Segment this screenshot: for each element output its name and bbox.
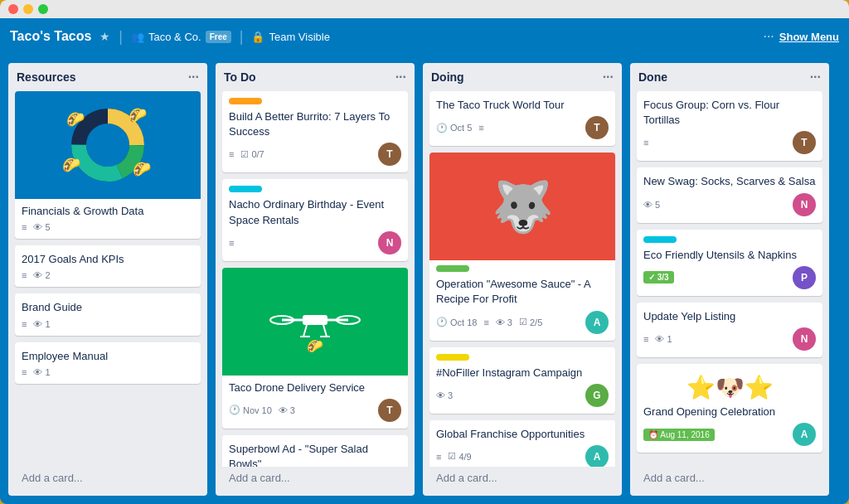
avatar-swag: N xyxy=(793,193,816,216)
card-meta-focus-group: ≡ T xyxy=(643,131,816,154)
add-card-resources[interactable]: Add a card... xyxy=(15,467,201,489)
column-header-doing: Doing ··· xyxy=(423,63,622,91)
watch-awesome: 👁 3 xyxy=(496,317,512,327)
team-info[interactable]: 👥 Taco & Co. Free xyxy=(131,31,231,43)
card-image-wolf: 🐺 xyxy=(429,153,615,260)
desc-icon-awesome: ≡ xyxy=(483,317,488,327)
column-content-done: Focus Group: Corn vs. Flour Tortillas ≡ … xyxy=(630,91,829,467)
card-employee[interactable]: Employee Manual ≡ 👁 1 xyxy=(15,342,201,384)
card-meta-franchise: ≡ ☑ 4/9 A xyxy=(436,445,609,467)
team-icon: 👥 xyxy=(131,31,144,43)
desc-icon-franchise: ≡ xyxy=(436,452,441,462)
minimize-button[interactable] xyxy=(23,4,33,14)
show-menu-button[interactable]: Show Menu xyxy=(779,31,839,43)
more-icon[interactable]: ··· xyxy=(763,29,774,44)
column-title-resources: Resources xyxy=(17,70,76,84)
card-title-awesome-sauce: Operation "Awesome Sauce" - A Recipe For… xyxy=(436,277,609,307)
free-badge: Free xyxy=(206,31,231,43)
card-title-drone: Taco Drone Delivery Service xyxy=(229,380,401,395)
avatar-burrito: T xyxy=(378,143,401,166)
eye-icon: 👁 xyxy=(33,319,42,329)
card-drone[interactable]: 🌮 Taco Drone Delivery Service 🕐 Nov 10 👁… xyxy=(222,268,408,429)
checklist-icon: ☑ xyxy=(240,149,249,160)
card-meta-employee: ≡ 👁 1 xyxy=(22,367,194,377)
visibility-info[interactable]: 🔒 Team Visible xyxy=(251,31,329,43)
eye-icon: 👁 xyxy=(33,222,42,232)
eye-icon: 👁 xyxy=(496,317,505,327)
avatar-drone: T xyxy=(378,399,401,422)
column-content-doing: The Taco Truck World Tour 🕐 Oct 5 ≡ T 🐺 … xyxy=(423,91,622,467)
star-icon[interactable]: ★ xyxy=(99,30,110,43)
column-menu-resources[interactable]: ··· xyxy=(188,70,199,85)
card-brand[interactable]: Brand Guide ≡ 👁 1 xyxy=(15,293,201,335)
card-grand-opening[interactable]: ⭐🐶⭐ Grand Opening Celebration ⏰ Aug 11, … xyxy=(637,364,822,453)
card-franchise[interactable]: Global Franchise Opportunities ≡ ☑ 4/9 A xyxy=(429,420,615,467)
card-goals[interactable]: 2017 Goals And KPIs ≡ 👁 2 xyxy=(15,245,201,287)
maximize-button[interactable] xyxy=(38,4,48,14)
avatar-grand-opening: A xyxy=(793,423,816,446)
svg-text:🌮: 🌮 xyxy=(129,106,148,124)
column-header-resources: Resources ··· xyxy=(8,63,207,91)
eye-icon: 👁 xyxy=(33,270,42,280)
checklist-icon: ☑ xyxy=(448,451,456,462)
window-chrome xyxy=(0,0,849,18)
visibility-label: Team Visible xyxy=(269,31,329,43)
column-doing: Doing ··· The Taco Truck World Tour 🕐 Oc… xyxy=(423,63,622,496)
column-done: Done ··· Focus Group: Corn vs. Flour Tor… xyxy=(630,63,829,496)
card-taco-truck[interactable]: The Taco Truck World Tour 🕐 Oct 5 ≡ T xyxy=(429,91,615,146)
card-instagram[interactable]: #NoFiller Instagram Campaign 👁 3 G xyxy=(429,347,615,414)
board-title[interactable]: Taco's Tacos xyxy=(10,29,91,44)
column-menu-todo[interactable]: ··· xyxy=(395,70,406,85)
watch-count-goals: 👁 2 xyxy=(33,270,50,280)
card-meta-grand-opening: ⏰ Aug 11, 2016 A xyxy=(643,423,816,446)
add-card-done[interactable]: Add a card... xyxy=(637,467,822,489)
card-title-grand-opening: Grand Opening Celebration xyxy=(643,405,816,419)
desc-icon-focus: ≡ xyxy=(643,138,648,148)
column-menu-doing[interactable]: ··· xyxy=(603,70,614,85)
card-focus-group[interactable]: Focus Group: Corn vs. Flour Tortillas ≡ … xyxy=(637,91,822,161)
card-superbowl[interactable]: Superbowl Ad - "Super Salad Bowls" 🕐 Dec… xyxy=(222,435,408,467)
topbar-right: ··· Show Menu xyxy=(763,29,839,44)
column-todo: To Do ··· Build A Better Burrito: 7 Laye… xyxy=(216,63,415,496)
avatar-birthday: N xyxy=(378,231,401,254)
card-burrito[interactable]: Build A Better Burrito: 7 Layers To Succ… xyxy=(222,91,408,172)
close-button[interactable] xyxy=(8,4,18,14)
desc-icon-taco-truck: ≡ xyxy=(478,123,483,133)
card-awesome-sauce[interactable]: 🐺 Operation "Awesome Sauce" - A Recipe F… xyxy=(429,153,615,340)
card-swag[interactable]: New Swag: Socks, Scarves & Salsa 👁 5 N xyxy=(637,167,822,222)
card-yelp[interactable]: Update Yelp Listing ≡ 👁 1 N xyxy=(637,303,822,357)
card-meta-burrito: ≡ ☑ 0/7 T xyxy=(229,143,401,166)
svg-text:🌮: 🌮 xyxy=(62,156,81,174)
card-meta-swag: 👁 5 N xyxy=(643,193,816,216)
card-eco[interactable]: Eco Friendly Utensils & Napkins ✓ 3/3 P xyxy=(637,230,822,296)
card-financials[interactable]: 🌮 🌮 🌮 🌮 Financials & Growth Data ≡ 👁 5 xyxy=(15,91,201,239)
window-dots xyxy=(8,4,48,14)
column-content-resources: 🌮 🌮 🌮 🌮 Financials & Growth Data ≡ 👁 5 2 xyxy=(8,91,207,467)
card-title-employee: Employee Manual xyxy=(22,349,194,364)
card-birthday[interactable]: Nacho Ordinary Birthday - Event Space Re… xyxy=(222,179,408,260)
card-meta-taco-truck: 🕐 Oct 5 ≡ T xyxy=(436,116,609,139)
card-title-eco: Eco Friendly Utensils & Napkins xyxy=(643,248,816,263)
svg-text:🌮: 🌮 xyxy=(133,160,152,178)
column-header-done: Done ··· xyxy=(630,63,829,91)
card-title-birthday: Nacho Ordinary Birthday - Event Space Re… xyxy=(229,197,401,227)
desc-icon-employee: ≡ xyxy=(22,367,27,377)
topbar: Taco's Tacos ★ | 👥 Taco & Co. Free | 🔒 T… xyxy=(0,18,849,55)
column-menu-done[interactable]: ··· xyxy=(810,70,821,85)
checklist-awesome: ☑ 2/5 xyxy=(519,317,542,327)
card-meta-yelp: ≡ 👁 1 N xyxy=(643,327,816,351)
eye-icon: 👁 xyxy=(33,367,42,377)
add-card-todo[interactable]: Add a card... xyxy=(222,467,408,489)
avatar-yelp: N xyxy=(793,327,816,351)
column-title-todo: To Do xyxy=(224,70,256,84)
checklist-icon: ☑ xyxy=(519,317,527,327)
add-card-doing[interactable]: Add a card... xyxy=(429,467,615,489)
date-taco-truck: 🕐 Oct 5 xyxy=(436,123,472,133)
desc-icon-birthday: ≡ xyxy=(229,238,234,248)
card-meta-eco: ✓ 3/3 P xyxy=(643,266,816,289)
eye-icon: 👁 xyxy=(436,390,445,400)
card-title-burrito: Build A Better Burrito: 7 Layers To Succ… xyxy=(229,109,401,139)
card-meta-goals: ≡ 👁 2 xyxy=(22,270,194,280)
visibility-icon: 🔒 xyxy=(251,31,264,43)
date-badge-grand-opening: ⏰ Aug 11, 2016 xyxy=(643,429,715,441)
